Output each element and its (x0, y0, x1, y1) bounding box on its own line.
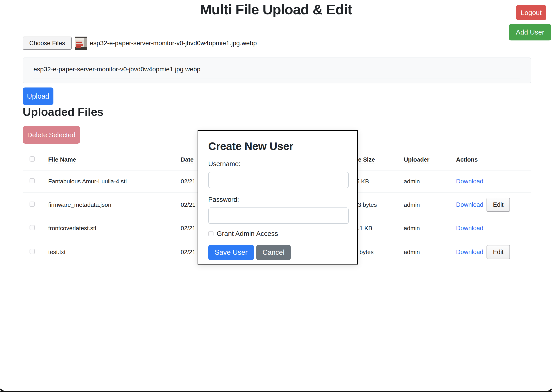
password-label: Password: (208, 196, 347, 203)
logout-button[interactable]: Logout (516, 5, 546, 20)
file-name-cell: firmware_metadata.json (48, 201, 181, 208)
file-size-cell: 153 bytes (351, 201, 404, 208)
file-size-cell: 39.1 KB (351, 225, 404, 232)
download-link[interactable]: Download (456, 178, 483, 185)
file-name-cell: frontcoverlatest.stl (48, 225, 181, 232)
selected-file-name: esp32-e-paper-server-monitor-v0-jbvd0w4o… (90, 40, 257, 47)
row-checkbox[interactable] (29, 178, 35, 183)
file-name-cell: test.txt (48, 249, 181, 256)
download-link[interactable]: Download (456, 225, 483, 232)
page-title: Multi File Upload & Edit (0, 1, 552, 17)
edit-button[interactable]: Edit (487, 198, 510, 212)
column-header-file-size[interactable]: File Size (351, 156, 404, 163)
select-all-checkbox[interactable] (29, 156, 35, 161)
grant-admin-label: Grant Admin Access (217, 230, 278, 238)
file-name-cell: Fantabulous Amur-Luulia-4.stl (48, 178, 181, 185)
uploader-cell: admin (404, 201, 456, 208)
selected-file-thumbnail-image (75, 37, 87, 50)
username-label: Username: (208, 160, 347, 168)
column-header-actions: Actions (456, 156, 531, 163)
column-header-uploader[interactable]: Uploader (404, 156, 456, 163)
file-size-cell: 7.5 KB (351, 178, 404, 185)
row-checkbox[interactable] (29, 249, 35, 254)
uploaded-files-heading: Uploaded Files (23, 105, 104, 119)
add-user-button[interactable]: Add User (509, 24, 551, 41)
window-bottom-edge (0, 391, 552, 392)
password-field[interactable] (208, 208, 349, 224)
uploader-cell: admin (404, 249, 456, 256)
download-link[interactable]: Download (456, 249, 483, 256)
cancel-button[interactable]: Cancel (256, 245, 291, 260)
column-header-file-name[interactable]: File Name (48, 156, 181, 163)
create-user-modal: Create New User Username: Password: Gran… (198, 130, 358, 265)
save-user-button[interactable]: Save User (208, 245, 254, 260)
download-link[interactable]: Download (456, 201, 483, 208)
pending-file-list: esp32-e-paper-server-monitor-v0-jbvd0w4o… (23, 57, 531, 84)
username-field[interactable] (208, 172, 349, 188)
pending-file-item: esp32-e-paper-server-monitor-v0-jbvd0w4o… (33, 60, 520, 78)
modal-title: Create New User (208, 140, 347, 153)
grant-admin-checkbox[interactable] (208, 231, 213, 236)
edit-button[interactable]: Edit (487, 245, 510, 259)
upload-button[interactable]: Upload (23, 87, 53, 105)
delete-selected-button[interactable]: Delete Selected (23, 126, 80, 144)
row-checkbox[interactable] (29, 225, 35, 230)
uploader-cell: admin (404, 178, 456, 185)
uploader-cell: admin (404, 225, 456, 232)
choose-files-button[interactable]: Choose Files (23, 37, 72, 50)
file-input-row: Choose Files esp32-e-paper-server-monito… (23, 36, 257, 50)
row-checkbox[interactable] (29, 202, 35, 207)
file-size-cell: 14 bytes (351, 249, 404, 256)
